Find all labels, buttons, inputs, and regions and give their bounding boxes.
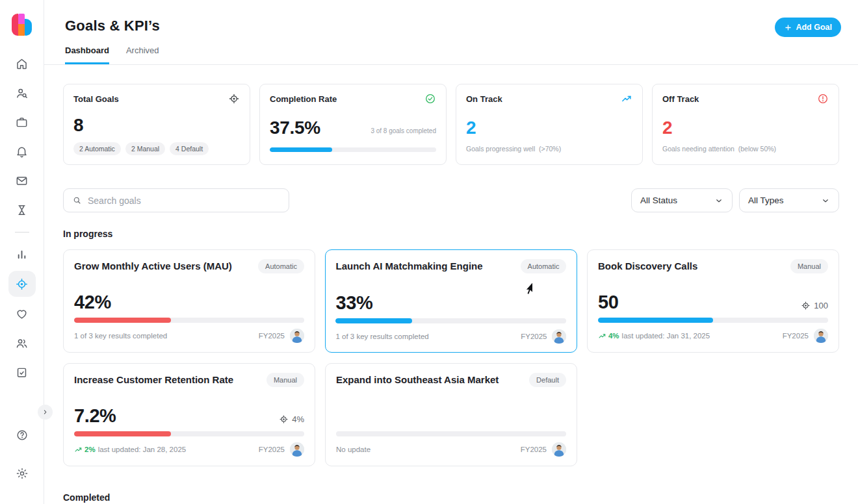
goal-footer-meta: FY2025 [259, 329, 304, 343]
stat-card-header: Off Track [662, 93, 829, 105]
goal-footer-status: No update [336, 446, 370, 453]
sidebar-item-user-search[interactable] [8, 81, 36, 105]
goal-footer-status: 1 of 3 key results completed [74, 332, 167, 340]
target-icon [228, 93, 240, 105]
tab-dashboard[interactable]: Dashboard [65, 45, 109, 64]
stat-card-footer: 2 Automatic2 Manual4 Default [73, 142, 240, 155]
page-header: Goals & KPI’s Add Goal [44, 0, 858, 34]
goal-footer-text: 1 of 3 key results completed [335, 333, 428, 340]
search-goals-input[interactable] [88, 195, 280, 206]
status-filter-select[interactable]: All Status [631, 188, 733, 212]
tabs-bar: Dashboard Archived [44, 45, 858, 65]
owner-avatar [814, 329, 828, 343]
goal-progress-bar [336, 431, 566, 436]
heart-icon [15, 307, 29, 321]
type-filter-select[interactable]: All Types [739, 188, 839, 212]
sidebar-item-users[interactable] [8, 331, 36, 355]
stat-card-footer: Goals needing attention (below 50%) [662, 145, 829, 155]
bar-chart-icon [15, 247, 29, 261]
goal-card-header: Expand into Southeast Asia Market Defaul… [336, 373, 566, 387]
trend-up-icon [74, 446, 83, 454]
stat-value-row: 8 [73, 116, 240, 134]
goal-type-badge: Automatic [258, 259, 304, 273]
stat-card: Total Goals 8 2 Automatic2 Manual4 Defau… [63, 84, 250, 165]
goal-card[interactable]: Increase Customer Retention Rate Manual … [63, 363, 315, 466]
goal-progress-fill [74, 431, 171, 436]
goal-period: FY2025 [521, 446, 547, 453]
goal-title: Book Discovery Calls [598, 259, 697, 272]
sidebar-item-bar-chart[interactable] [8, 242, 36, 266]
owner-avatar [552, 442, 566, 457]
goal-title: Increase Customer Retention Rate [74, 373, 233, 386]
sidebar-item-briefcase[interactable] [8, 110, 36, 134]
stat-card-header: Completion Rate [270, 93, 436, 105]
stat-note: 3 of 8 goals completed [370, 127, 436, 134]
trend-up-icon [598, 332, 606, 340]
sidebar-item-heart[interactable] [8, 301, 36, 326]
type-filter-value: All Types [748, 195, 784, 205]
sidebar-nav [8, 51, 36, 389]
goal-card-footer: 1 of 3 key results completed FY2025 [74, 329, 304, 343]
add-goal-button[interactable]: Add Goal [775, 18, 841, 37]
tab-archived[interactable]: Archived [126, 45, 159, 64]
sidebar-item-help[interactable] [8, 423, 36, 447]
stat-note: Goals needing attention (below 50%) [662, 145, 829, 153]
goal-card-footer: 1 of 3 key results completed FY2025 [335, 329, 566, 344]
user-search-icon [15, 86, 29, 100]
goal-progress-fill [74, 318, 171, 323]
goal-footer-meta: FY2025 [259, 442, 304, 457]
owner-avatar [290, 329, 304, 343]
stat-card-header: Total Goals [73, 93, 240, 105]
stat-card-footer [270, 145, 436, 155]
goals-grid: Grow Monthly Active Users (MAU) Automati… [44, 249, 858, 466]
sidebar-item-goals-target[interactable] [8, 271, 36, 297]
owner-avatar [552, 329, 566, 344]
goal-period: FY2025 [259, 332, 285, 340]
stat-badges: 2 Automatic2 Manual4 Default [73, 142, 240, 155]
mail-icon [15, 174, 29, 188]
app-logo[interactable] [12, 14, 32, 36]
sidebar-item-mail[interactable] [8, 168, 36, 193]
goal-footer-status: 4% last updated: Jan 31, 2025 [598, 332, 710, 340]
stat-value-row: 2 [662, 119, 829, 137]
sidebar-item-bell[interactable] [8, 139, 36, 164]
goal-card-footer: No update FY2025 [336, 442, 566, 457]
sidebar-expand-button[interactable] [38, 405, 53, 420]
sidebar-item-settings-gear[interactable] [8, 461, 36, 486]
stat-card: On Track 2 Goals progressing well (>70%) [456, 84, 643, 165]
briefcase-icon [15, 116, 29, 129]
goal-card[interactable]: Grow Monthly Active Users (MAU) Automati… [63, 249, 315, 353]
goal-card[interactable]: Launch AI Matchmaking Engine Automatic 3… [325, 249, 577, 353]
goal-progress-bar [74, 318, 304, 323]
goal-trend-value: 4% [608, 332, 619, 340]
main-content: Goals & KPI’s Add Goal Dashboard Archive… [44, 0, 858, 504]
help-icon [16, 429, 29, 442]
sidebar-item-home[interactable] [8, 51, 36, 76]
search-goals-box [63, 188, 289, 212]
goal-card-header: Launch AI Matchmaking Engine Automatic [335, 259, 566, 273]
goal-trend-value: 2% [84, 446, 96, 453]
goal-card-header: Book Discovery Calls Manual [598, 259, 828, 273]
goal-target-value: 100 [814, 301, 828, 310]
goal-footer-meta: FY2025 [521, 442, 566, 457]
stat-value: 2 [662, 119, 672, 137]
goal-value: 42% [74, 293, 111, 312]
goal-card[interactable]: Expand into Southeast Asia Market Defaul… [325, 363, 577, 466]
logo-block-pink [12, 14, 18, 36]
stat-badge: 2 Automatic [73, 142, 121, 155]
goal-progress-fill [335, 318, 411, 323]
sidebar-item-clipboard-check[interactable] [8, 360, 36, 384]
goal-card-footer: 2% last updated: Jan 28, 2025 FY2025 [74, 442, 304, 457]
sidebar-item-hourglass[interactable] [8, 197, 36, 222]
goal-card[interactable]: Book Discovery Calls Manual 50 100 4% la… [587, 249, 839, 353]
goal-footer-status: 2% last updated: Jan 28, 2025 [74, 446, 186, 454]
stat-value: 2 [466, 119, 476, 137]
clipboard-check-icon [15, 366, 29, 379]
stat-card-header: On Track [466, 93, 632, 105]
owner-avatar [290, 442, 304, 457]
goal-period: FY2025 [521, 333, 547, 340]
trend-up-icon [621, 93, 632, 105]
alert-circle-icon [817, 93, 829, 105]
stat-title: Off Track [662, 94, 699, 104]
target-icon [801, 301, 811, 310]
